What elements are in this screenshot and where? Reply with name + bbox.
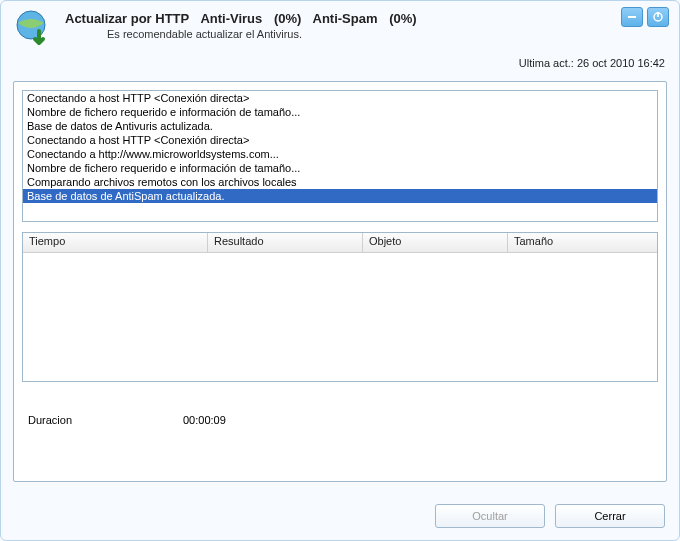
log-line[interactable]: Comparando archivos remotos con los arch…: [23, 175, 657, 189]
col-result[interactable]: Resultado: [208, 233, 363, 252]
log-line[interactable]: Base de datos de AntiSpam actualizada.: [23, 189, 657, 203]
col-object[interactable]: Objeto: [363, 233, 508, 252]
duration-row: Duracion 00:00:09: [22, 414, 658, 426]
title-prefix: Actualizar por HTTP: [65, 11, 189, 26]
col-size[interactable]: Tamaño: [508, 233, 657, 252]
col-time[interactable]: Tiempo: [23, 233, 208, 252]
footer: Ocultar Cerrar: [435, 504, 665, 528]
av-label: Anti-Virus: [200, 11, 262, 26]
content-panel: Conectando a host HTTP <Conexión directa…: [13, 81, 667, 482]
log-line[interactable]: Nombre de fichero requerido e informació…: [23, 105, 657, 119]
table-header: Tiempo Resultado Objeto Tamaño: [23, 233, 657, 253]
log-line[interactable]: Nombre de fichero requerido e informació…: [23, 161, 657, 175]
av-pct: (0%): [274, 11, 301, 26]
results-table[interactable]: Tiempo Resultado Objeto Tamaño: [22, 232, 658, 382]
svg-rect-2: [628, 16, 636, 18]
svg-rect-4: [657, 12, 659, 17]
log-line[interactable]: Conectando a host HTTP <Conexión directa…: [23, 91, 657, 105]
hide-button[interactable]: Ocultar: [435, 504, 545, 528]
power-button[interactable]: [647, 7, 669, 27]
minimize-button[interactable]: [621, 7, 643, 27]
log-line[interactable]: Conectando a host HTTP <Conexión directa…: [23, 133, 657, 147]
as-pct: (0%): [389, 11, 416, 26]
duration-label: Duracion: [28, 414, 183, 426]
subtitle: Es recomendable actualizar el Antivirus.: [107, 28, 667, 40]
log-line[interactable]: Conectando a http://www.microworldsystem…: [23, 147, 657, 161]
window-title: Actualizar por HTTP Anti-Virus (0%) Anti…: [65, 11, 667, 26]
as-label: Anti-Spam: [313, 11, 378, 26]
header: Actualizar por HTTP Anti-Virus (0%) Anti…: [1, 1, 679, 59]
close-button[interactable]: Cerrar: [555, 504, 665, 528]
update-globe-icon: [13, 9, 55, 51]
last-update-label: Ultima act.: 26 oct 2010 16:42: [519, 57, 665, 69]
log-line[interactable]: Base de datos de Antivuris actulizada.: [23, 119, 657, 133]
log-box[interactable]: Conectando a host HTTP <Conexión directa…: [22, 90, 658, 222]
duration-value: 00:00:09: [183, 414, 226, 426]
